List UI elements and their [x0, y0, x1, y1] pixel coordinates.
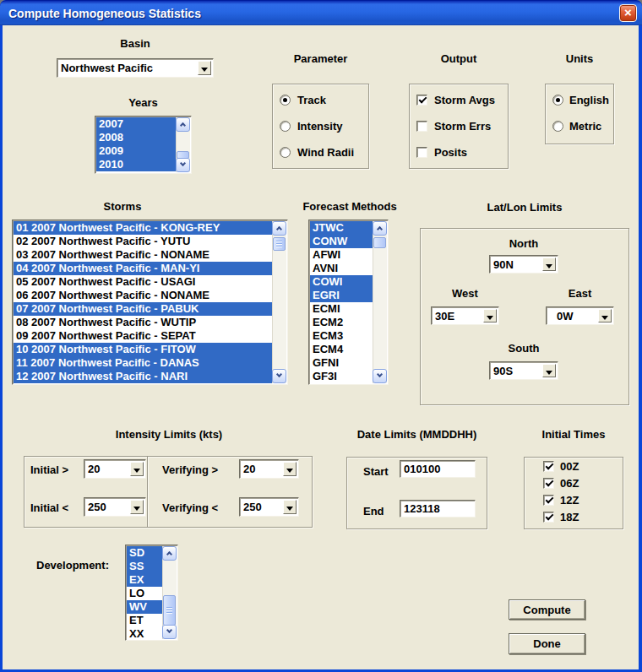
basin-combobox[interactable]: Northwest Pacific [57, 58, 214, 78]
radio-intensity[interactable] [280, 121, 291, 132]
list-item[interactable]: EGRI [310, 289, 373, 302]
development-scrollbar[interactable] [162, 546, 177, 639]
scroll-thumb[interactable] [163, 595, 176, 626]
radio-english[interactable] [552, 95, 563, 106]
scroll-thumb[interactable] [373, 237, 386, 248]
checkbox-12z-label: 12Z [560, 494, 579, 507]
list-item[interactable]: LO [127, 587, 162, 600]
list-item[interactable]: ECMI [310, 302, 373, 316]
list-item[interactable]: WV [127, 600, 162, 614]
west-dropdown-button[interactable] [483, 309, 497, 322]
storms-listbox[interactable]: 01 2007 Northwest Pacific - KONG-REY02 2… [12, 219, 288, 385]
north-dropdown-button[interactable] [542, 257, 556, 271]
south-combobox[interactable]: 90S [489, 361, 558, 380]
development-listbox[interactable]: SDSSEXLOWVETXX [125, 545, 178, 641]
list-item[interactable]: XX [127, 627, 162, 639]
list-item[interactable]: GF3I [310, 370, 373, 383]
checkbox-18z[interactable] [543, 512, 554, 523]
scroll-up-icon[interactable] [272, 221, 286, 236]
verifying-gt-label: Verifying > [162, 463, 218, 476]
east-dropdown-button[interactable] [598, 309, 612, 322]
list-item[interactable]: CONW [310, 235, 373, 248]
list-item[interactable]: 12 2007 Northwest Pacific - NARI [14, 370, 272, 383]
titlebar[interactable]: Compute Homogeneous Statistics × [0, 0, 642, 25]
list-item[interactable]: 11 2007 Northwest Pacific - DANAS [14, 356, 272, 370]
list-item[interactable]: JTWC [310, 221, 373, 235]
list-item[interactable]: 2007 [96, 117, 176, 131]
verifying-gt-combobox[interactable]: 20 [239, 459, 299, 479]
radio-track[interactable] [280, 95, 291, 106]
chevron-down-icon [133, 507, 140, 511]
south-dropdown-button[interactable] [542, 364, 556, 377]
radio-wind-radii[interactable] [280, 147, 291, 158]
checkbox-06z-label: 06Z [560, 477, 579, 490]
initial-lt-dropdown-button[interactable] [130, 500, 144, 514]
list-item[interactable]: 2009 [96, 144, 176, 158]
scroll-down-icon[interactable] [162, 625, 177, 639]
initial-gt-dropdown-button[interactable] [130, 462, 144, 476]
north-combobox[interactable]: 90N [489, 255, 558, 274]
scroll-down-icon[interactable] [373, 369, 387, 383]
list-item[interactable]: SD [127, 546, 162, 560]
done-button[interactable]: Done [509, 633, 585, 654]
list-item[interactable]: 2008 [96, 131, 176, 144]
forecast-methods-list-items: JTWCCONWAFWIAVNICOWIEGRIECMIECM2ECM3ECM4… [310, 221, 373, 383]
verifying-gt-dropdown-button[interactable] [283, 462, 297, 476]
scroll-up-icon[interactable] [373, 221, 387, 236]
compute-button[interactable]: Compute [509, 599, 585, 620]
list-item[interactable]: 08 2007 Northwest Pacific - WUTIP [14, 316, 272, 329]
forecast-methods-listbox[interactable]: JTWCCONWAFWIAVNICOWIEGRIECMIECM2ECM3ECM4… [308, 219, 389, 385]
list-item[interactable]: COWI [310, 275, 373, 289]
list-item[interactable]: 10 2007 Northwest Pacific - FITOW [14, 343, 272, 356]
basin-dropdown-button[interactable] [198, 61, 211, 75]
radio-metric[interactable] [552, 121, 563, 132]
list-item[interactable]: 01 2007 Northwest Pacific - KONG-REY [14, 221, 272, 235]
start-date-input[interactable] [400, 460, 476, 478]
chevron-down-icon [201, 68, 208, 72]
list-item[interactable]: 2010 [96, 158, 176, 171]
list-item[interactable]: 09 2007 Northwest Pacific - SEPAT [14, 329, 272, 343]
list-item[interactable]: ECM4 [310, 343, 373, 356]
initial-gt-combobox[interactable]: 20 [84, 459, 146, 479]
verifying-lt-dropdown-button[interactable] [283, 500, 297, 514]
initial-lt-combobox[interactable]: 250 [84, 497, 146, 517]
list-item[interactable]: GFNI [310, 356, 373, 370]
list-item[interactable]: AVNI [310, 262, 373, 275]
checkbox-00z[interactable] [543, 461, 554, 472]
verifying-gt-value: 20 [243, 461, 283, 477]
years-listbox[interactable]: 2007200820092010 [95, 116, 192, 174]
list-item[interactable]: SS [127, 560, 162, 573]
scroll-up-icon[interactable] [162, 546, 177, 561]
list-item[interactable]: 06 2007 Northwest Pacific - NONAME [14, 289, 272, 302]
list-item[interactable]: 07 2007 Northwest Pacific - PABUK [14, 302, 272, 316]
scroll-down-icon[interactable] [272, 369, 286, 383]
checkbox-12z[interactable] [543, 495, 554, 506]
scroll-up-icon[interactable] [176, 117, 190, 132]
forecast-methods-scrollbar[interactable] [373, 221, 387, 383]
east-combobox[interactable]: 0W [546, 306, 614, 325]
checkbox-posits[interactable] [416, 147, 427, 158]
end-date-input[interactable] [400, 500, 476, 518]
checkbox-06z[interactable] [543, 478, 554, 489]
development-label: Development: [36, 559, 109, 572]
checkbox-storm-avgs[interactable] [416, 95, 427, 106]
years-scrollbar[interactable] [176, 117, 190, 172]
list-item[interactable]: EX [127, 573, 162, 587]
list-item[interactable]: 04 2007 Northwest Pacific - MAN-YI [14, 262, 272, 275]
radio-english-label: English [569, 94, 609, 106]
storms-scrollbar[interactable] [272, 221, 286, 383]
scroll-thumb[interactable] [273, 237, 286, 251]
list-item[interactable]: ECM2 [310, 316, 373, 329]
close-icon[interactable]: × [619, 4, 637, 22]
west-combobox[interactable]: 30E [431, 306, 499, 325]
radio-metric-label: Metric [569, 120, 601, 133]
list-item[interactable]: ET [127, 614, 162, 627]
scroll-down-icon[interactable] [176, 158, 190, 172]
list-item[interactable]: 02 2007 Northwest Pacific - YUTU [14, 235, 272, 248]
list-item[interactable]: AFWI [310, 248, 373, 262]
verifying-lt-combobox[interactable]: 250 [239, 497, 299, 517]
list-item[interactable]: ECM3 [310, 329, 373, 343]
list-item[interactable]: 05 2007 Northwest Pacific - USAGI [14, 275, 272, 289]
checkbox-storm-errs[interactable] [416, 121, 427, 132]
list-item[interactable]: 03 2007 Northwest Pacific - NONAME [14, 248, 272, 262]
